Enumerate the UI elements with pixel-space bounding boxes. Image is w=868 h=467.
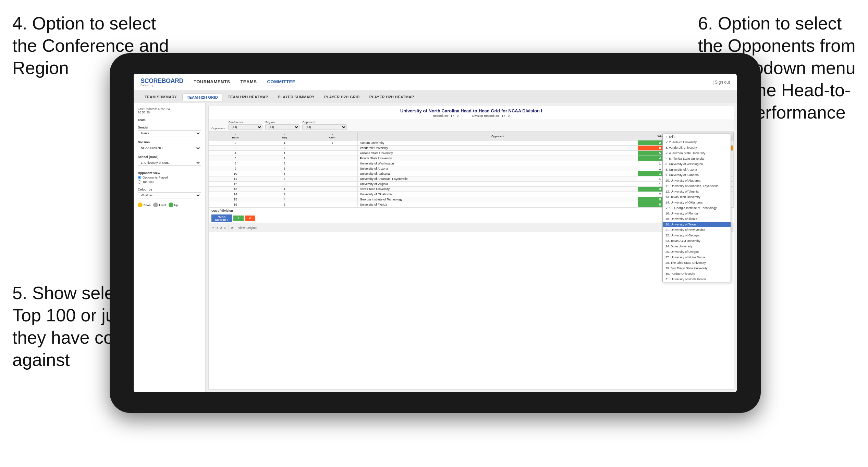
tablet-screen: SCOREBOARD Powered by ... TOURNAMENTS TE… xyxy=(134,74,737,392)
dropdown-item[interactable]: 3. Vanderbilt University xyxy=(663,145,731,150)
cell-reg: 7 xyxy=(262,192,307,197)
opponent-dropdown[interactable]: ✓ (All)✓ 2. Auburn University3. Vanderbi… xyxy=(662,134,731,282)
redo-icon[interactable]: ↪ xyxy=(216,226,218,230)
division-select[interactable]: NCAA Division I xyxy=(138,145,201,151)
undo-icon[interactable]: ↩ xyxy=(211,226,214,230)
cell-reg: 1 xyxy=(262,187,307,192)
cell-opponent: Arizona State University xyxy=(358,151,638,156)
opponents-label: Opponents: xyxy=(211,127,225,130)
dropdown-item[interactable]: 12. University of Virginia xyxy=(663,189,731,194)
sub-nav: TEAM SUMMARY TEAM H2H GRID TEAM H2H HEAT… xyxy=(134,91,737,103)
nav-signout[interactable]: | Sign out xyxy=(713,80,730,85)
table-row: 4 1 Arizona State University 5 1 xyxy=(209,151,734,156)
cell-rank: 8 xyxy=(209,161,262,166)
conference-select[interactable]: (All) xyxy=(228,124,262,130)
cell-reg: 5 xyxy=(262,171,307,176)
opponent-select[interactable]: (All) xyxy=(302,124,347,130)
cell-rank: 14 xyxy=(209,192,262,197)
copy-icon[interactable]: ⊞ xyxy=(224,226,227,230)
cell-opponent: Texas Tech University xyxy=(358,187,638,192)
legend-up-dot xyxy=(169,202,173,207)
dropdown-item[interactable]: 21. University of New Mexico xyxy=(663,227,731,233)
table-row: 9 3 University of Arizona 1 0 xyxy=(209,166,734,171)
table-row: 6 2 Florida State University 4 2 xyxy=(209,156,734,161)
subnav-player-h2h-heatmap[interactable]: PLAYER H2H HEATMAP xyxy=(365,94,418,100)
dropdown-item[interactable]: 9. University of Alabama xyxy=(663,172,731,178)
table-row: 2 1 1 Auburn University 2 1 xyxy=(209,140,734,146)
dropdown-item[interactable]: 29. San Diego State University xyxy=(663,266,731,271)
dropdown-item[interactable]: 30. Purdue University xyxy=(663,271,731,276)
dropdown-item[interactable]: 25. University of Oregon xyxy=(663,249,731,255)
dropdown-item[interactable]: 6. University of Washington xyxy=(663,161,731,167)
cell-opponent: Florida State University xyxy=(358,156,638,161)
cell-reg: 1 xyxy=(262,151,307,156)
table-row: 8 2 University of Washington 1 0 xyxy=(209,161,734,166)
refresh-icon[interactable]: ⟳ xyxy=(231,226,234,230)
cell-rank: 16 xyxy=(209,202,262,207)
subnav-player-summary[interactable]: PLAYER SUMMARY xyxy=(274,94,319,100)
team-label: Team xyxy=(138,118,201,122)
dropdown-item[interactable]: 24. Duke University xyxy=(663,244,731,249)
dropdown-item[interactable]: 28. The Ohio State University xyxy=(663,260,731,266)
gender-select[interactable]: Men's xyxy=(138,130,201,136)
data-table: #Rank #Reg #Conf Opponent Win Loss xyxy=(209,132,734,207)
dropdown-item[interactable]: ✓ 15. Georgia Institute of Technology xyxy=(663,205,731,211)
dropdown-item[interactable]: 14. University of Oklahoma xyxy=(663,200,731,205)
cell-reg: 3 xyxy=(262,202,307,207)
dropdown-item[interactable]: ✓ 2. Auburn University xyxy=(663,139,731,145)
col-rank: #Rank xyxy=(209,132,262,140)
col-reg: #Reg xyxy=(262,132,307,140)
region-select[interactable]: (All) xyxy=(265,124,299,130)
cell-conf xyxy=(307,202,358,207)
opponent-filter: Opponent (All) xyxy=(302,121,347,130)
dropdown-item[interactable]: 10. University of Alabama xyxy=(663,178,731,183)
dropdown-item[interactable]: ✓ 5. Florida State University xyxy=(663,156,731,161)
cell-opponent: Vanderbilt University xyxy=(358,146,638,151)
filters-row: Opponents: Conference (All) Region ( xyxy=(209,119,734,132)
radio-opponents-played[interactable]: Opponents Played xyxy=(138,176,201,179)
nav-items: TOURNAMENTS TEAMS COMMITTEE xyxy=(194,78,713,86)
view-label: View: Original xyxy=(238,226,257,230)
subnav-player-h2h-grid[interactable]: PLAYER H2H GRID xyxy=(320,94,364,100)
dropdown-item[interactable]: ✓ 4. Arizona State University xyxy=(663,150,731,156)
school-label: School (Rank) xyxy=(138,155,201,159)
cell-conf xyxy=(307,171,358,176)
cell-rank: 9 xyxy=(209,166,262,171)
dropdown-item[interactable]: 8. University of Arizona xyxy=(663,167,731,172)
col-conf: #Conf xyxy=(307,132,358,140)
nav-teams[interactable]: TEAMS xyxy=(240,78,257,86)
subnav-team-h2h-heatmap[interactable]: TEAM H2H HEATMAP xyxy=(224,94,272,100)
region-filter-label: Region xyxy=(265,121,299,124)
cell-reg: 4 xyxy=(262,197,307,202)
dropdown-item[interactable]: 23. Texas A&M University xyxy=(663,238,731,244)
cell-conf xyxy=(307,176,358,182)
dropdown-item[interactable]: 11. University of Arkansas, Fayetteville xyxy=(663,183,731,189)
opponent-view-radio-group: Opponents Played Top 100 xyxy=(138,176,201,184)
dropdown-item[interactable]: 27. University of Notre Dame xyxy=(663,255,731,260)
nav-committee[interactable]: COMMITTEE xyxy=(267,78,295,86)
dropdown-item[interactable]: 20. University of Texas xyxy=(663,222,731,227)
school-select[interactable]: 1. University of Nort... xyxy=(138,160,201,166)
toolbar: ↩ ↪ ↺ ⊞ ⟳ View: Original 👁 W Cancel Appl… xyxy=(209,223,734,232)
grid-title: University of North Carolina Head-to-Hea… xyxy=(213,108,730,113)
cell-conf xyxy=(307,187,358,192)
conference-filter-label: Conference xyxy=(228,121,262,124)
dropdown-item[interactable]: 16. University of Florida xyxy=(663,211,731,216)
subnav-team-summary[interactable]: TEAM SUMMARY xyxy=(140,94,181,100)
dropdown-item[interactable]: 31. University of North Florida xyxy=(663,276,731,282)
legend-down: Down xyxy=(138,202,150,207)
dropdown-item[interactable]: 13. Texas Tech University xyxy=(663,194,731,200)
cell-conf xyxy=(307,146,358,151)
reset-icon[interactable]: ↺ xyxy=(220,226,222,230)
cell-reg: 2 xyxy=(262,156,307,161)
colour-select[interactable]: Win/loss xyxy=(138,192,201,198)
opponent-filter-label: Opponent xyxy=(302,121,347,124)
subnav-team-h2h-grid[interactable]: TEAM H2H GRID xyxy=(182,94,222,101)
radio-top100[interactable]: Top 100 xyxy=(138,180,201,184)
region-filter: Region (All) xyxy=(265,121,299,130)
dropdown-item[interactable]: 18. University of Illinois xyxy=(663,216,731,222)
dropdown-item[interactable]: 22. University of Georgia xyxy=(663,233,731,238)
update-info: Last Updated: 4/7/2024 16:55:38 xyxy=(138,107,201,114)
nav-tournaments[interactable]: TOURNAMENTS xyxy=(194,78,230,86)
dropdown-item[interactable]: ✓ (All) xyxy=(663,134,731,139)
